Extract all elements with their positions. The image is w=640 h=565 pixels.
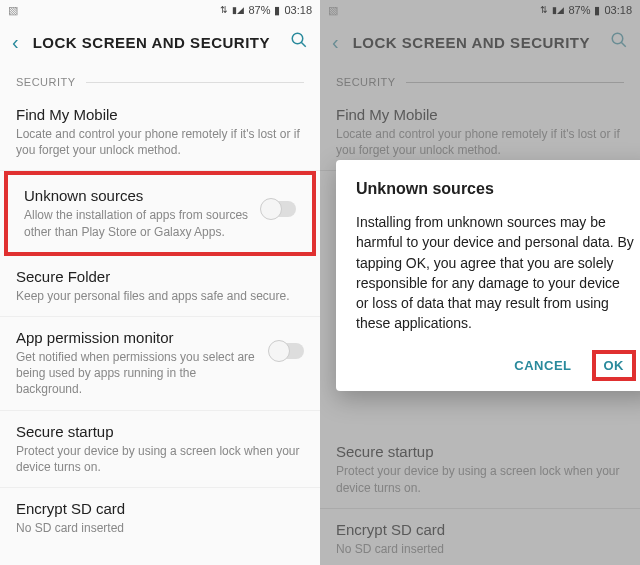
highlight-unknown-sources: Unknown sources Allow the installation o… xyxy=(4,171,316,255)
back-icon[interactable]: ‹ xyxy=(12,31,19,54)
data-icon: ⇅ xyxy=(220,5,228,15)
screen-right: ▧ ⇅ ▮◢ 87% ▮ 03:18 ‹ LOCK SCREEN AND SEC… xyxy=(320,0,640,565)
item-find-my-mobile[interactable]: Find My Mobile Locate and control your p… xyxy=(0,94,320,171)
svg-point-0 xyxy=(292,33,303,44)
dialog-title: Unknown sources xyxy=(356,180,636,198)
item-title: Encrypt SD card xyxy=(16,500,304,517)
item-encrypt-sd[interactable]: Encrypt SD card No SD card inserted xyxy=(0,488,320,548)
item-sub: Protect your device by using a screen lo… xyxy=(16,443,304,475)
toggle-unknown-sources[interactable] xyxy=(262,201,296,217)
page-title: LOCK SCREEN AND SECURITY xyxy=(33,34,290,51)
battery-pct: 87% xyxy=(248,4,270,16)
dialog-scrim: Unknown sources Installing from unknown … xyxy=(320,0,640,565)
item-title: App permission monitor xyxy=(16,329,258,346)
ok-button[interactable]: OK xyxy=(592,350,637,381)
item-unknown-sources[interactable]: Unknown sources Allow the installation o… xyxy=(8,175,312,251)
search-icon[interactable] xyxy=(290,31,308,54)
dialog-actions: CANCEL OK xyxy=(356,350,636,381)
item-title: Unknown sources xyxy=(24,187,250,204)
status-bar: ▧ ⇅ ▮◢ 87% ▮ 03:18 xyxy=(0,0,320,20)
item-title: Secure startup xyxy=(16,423,304,440)
cancel-button[interactable]: CANCEL xyxy=(502,350,583,381)
item-secure-startup[interactable]: Secure startup Protect your device by us… xyxy=(0,411,320,488)
item-sub: Get notified when permissions you select… xyxy=(16,349,258,398)
item-sub: No SD card inserted xyxy=(16,520,304,536)
section-header: SECURITY xyxy=(0,64,320,94)
item-secure-folder[interactable]: Secure Folder Keep your personal files a… xyxy=(0,256,320,317)
toggle-app-permission[interactable] xyxy=(270,343,304,359)
screen-left: ▧ ⇅ ▮◢ 87% ▮ 03:18 ‹ LOCK SCREEN AND SEC… xyxy=(0,0,320,565)
item-title: Secure Folder xyxy=(16,268,304,285)
clock: 03:18 xyxy=(284,4,312,16)
signal-icon: ▮◢ xyxy=(232,5,244,15)
picture-icon: ▧ xyxy=(8,4,18,17)
dialog-unknown-sources: Unknown sources Installing from unknown … xyxy=(336,160,640,391)
svg-line-1 xyxy=(301,42,306,47)
item-title: Find My Mobile xyxy=(16,106,304,123)
item-sub: Keep your personal files and apps safe a… xyxy=(16,288,304,304)
battery-icon: ▮ xyxy=(274,4,280,17)
divider xyxy=(86,82,304,83)
app-header: ‹ LOCK SCREEN AND SECURITY xyxy=(0,20,320,64)
item-app-permission[interactable]: App permission monitor Get notified when… xyxy=(0,317,320,411)
section-label: SECURITY xyxy=(16,76,76,88)
item-sub: Allow the installation of apps from sour… xyxy=(24,207,250,239)
dialog-body: Installing from unknown sources may be h… xyxy=(356,212,636,334)
item-sub: Locate and control your phone remotely i… xyxy=(16,126,304,158)
